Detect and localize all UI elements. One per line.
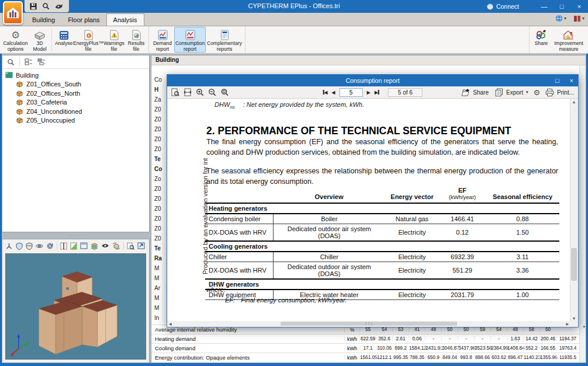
analyse-button[interactable]: Analyse [53,27,74,53]
calculation-options-button[interactable]: ⚙ Calculation options [2,27,29,53]
consumption-report-button[interactable]: Consumption report [174,27,206,53]
section-red-icon[interactable] [60,242,67,250]
month-value: 54 [490,327,507,332]
zone-tree: Building Z01_Offices_South Z02_Offices_N… [2,69,149,125]
collapse-all-icon[interactable] [25,58,33,65]
fit-page-icon[interactable] [171,88,179,96]
rotate-3d-icon[interactable] [112,242,120,250]
viewport-3d[interactable] [5,253,146,360]
cell: 0.12 [439,224,486,241]
last-page-button[interactable]: ▶ [375,90,379,95]
tree-item-zone[interactable]: Z03_Cafeteria [16,98,149,107]
building-3d-model [6,254,146,359]
results-file-button[interactable]: Results file [126,27,147,53]
close-button[interactable]: × [570,0,588,13]
print-icon[interactable] [545,89,554,96]
scroll-right-icon[interactable]: ▶ [566,322,569,326]
cell: Dedicated outdoor air system (DOAS) [273,262,385,279]
cell: Electricity [385,224,439,241]
cell: 1466.41 [439,214,486,224]
print-label[interactable]: Print... [557,89,574,96]
page-number-input[interactable] [339,88,362,97]
export-icon[interactable] [495,88,503,96]
zone-box-icon [16,108,23,115]
zoom-reset-icon[interactable] [220,88,229,96]
tree-item-zone[interactable]: Z02_Offices_North [16,89,149,98]
button-label: Analyse [55,41,72,47]
warnings-file-button[interactable]: Warnings file [102,27,126,53]
connect-button[interactable]: Connect [487,3,519,10]
table-row[interactable]: Energy contribution: Opaque elementskWh1… [151,353,579,362]
zone-box-icon [16,90,23,97]
export-caret-icon[interactable]: ▾ [526,90,528,95]
improvement-measure-button[interactable]: Improvement measure [551,27,586,53]
table-row[interactable]: Heating demandkWh622.59352.62.610.06----… [151,334,579,343]
table-row[interactable]: Cooling demandkWh17.1310.06899.21584.122… [151,343,579,353]
scroll-down-icon[interactable]: ▼ [570,316,577,320]
tab-floor-plans[interactable]: Floor plans [61,14,106,26]
scroll-down-icon[interactable]: ▾ [583,325,585,329]
tab-analysis[interactable]: Analysis [106,13,144,26]
eye-icon[interactable] [101,243,109,249]
shield-icon[interactable] [16,242,23,250]
3d-model-button[interactable]: 3D Model [29,27,50,53]
table-row: DX-DOAS with HRVDedicated outdoor air sy… [205,224,559,241]
minimize-button[interactable]: — [535,0,553,13]
app-logo[interactable] [3,1,23,25]
export-view-icon[interactable] [137,242,145,249]
panel-splitter[interactable]: ····· [2,233,150,238]
dialog-maximize-button[interactable]: □ [555,75,559,86]
button-label: EnergyPlus™ file [73,41,103,52]
month-value: 1408.84 [507,346,523,351]
month-value: 58 [523,327,539,332]
tab-building[interactable]: Building [26,14,61,26]
settings-gear-icon[interactable]: ⚙ [533,89,540,96]
spin-icon[interactable] [46,242,54,250]
energyplus-file-button[interactable]: EnergyPlus™ file [74,27,102,53]
layers-icon[interactable] [91,242,98,250]
connect-label: Connect [496,3,519,10]
tree-item-zone[interactable]: Z05_Unoccupied [16,116,149,126]
expand-all-icon[interactable] [37,58,46,65]
zoom-doc-icon[interactable] [127,242,134,250]
orbit-icon[interactable] [36,242,43,250]
help-book-button[interactable]: ▾ [573,15,584,22]
window-view-icon[interactable] [80,242,88,249]
table-row: ChillerChillerElectricity6932.393.11 [205,252,559,262]
scroll-up-icon[interactable]: ▲ [570,100,577,104]
document-horizontal-scrollbar[interactable]: ◀ ❘❘❘ ▶ [168,321,570,326]
dialog-close-button[interactable]: × [570,75,573,86]
tree-item-zone[interactable]: Z01_Offices_South [16,80,149,89]
zoom-in-icon[interactable] [196,88,204,96]
scrollbar-thumb[interactable] [571,248,577,281]
share-button[interactable]: Share [531,27,551,53]
shield-section-icon[interactable] [26,242,33,250]
language-globe-button[interactable]: ▾ [555,15,566,22]
fit-width-icon[interactable] [184,88,192,96]
tree-item-zone[interactable]: Z04_Unconditioned [16,107,149,116]
next-page-button[interactable]: ▶ [366,90,370,95]
tree-item-building[interactable]: Building [5,71,149,80]
button-label: Complementary reports [207,41,242,52]
unit-cell: kWh [344,336,359,342]
section-green-icon[interactable] [70,242,77,250]
scroll-left-icon[interactable]: ◀ [169,322,172,326]
maximize-button[interactable]: □ [553,0,570,13]
cell: Condensing boiler [205,214,273,224]
cell: Natural gas [385,214,439,224]
previous-page-button[interactable]: ◀ [331,90,335,95]
document-vertical-scrollbar[interactable]: ▲ ▼ [570,99,577,321]
demand-report-button[interactable]: Demand report [151,27,174,53]
export-label[interactable]: Export [506,89,523,96]
zoom-out-icon[interactable] [208,88,216,96]
first-page-button[interactable]: ◀ [323,90,327,95]
axes-icon[interactable] [5,242,13,250]
tree-search-icon[interactable] [7,58,15,66]
dialog-title-bar[interactable]: Consumption report □ × [167,75,578,86]
results-scrollbar[interactable]: ▾ [579,65,586,362]
share-icon[interactable] [461,89,470,96]
complementary-reports-button[interactable]: Complementary reports [206,27,243,53]
share-label[interactable]: Share [473,89,489,96]
ribbon-group-reports: Demand report Consumption report Complem… [149,26,245,53]
cell: 551.29 [439,262,486,279]
